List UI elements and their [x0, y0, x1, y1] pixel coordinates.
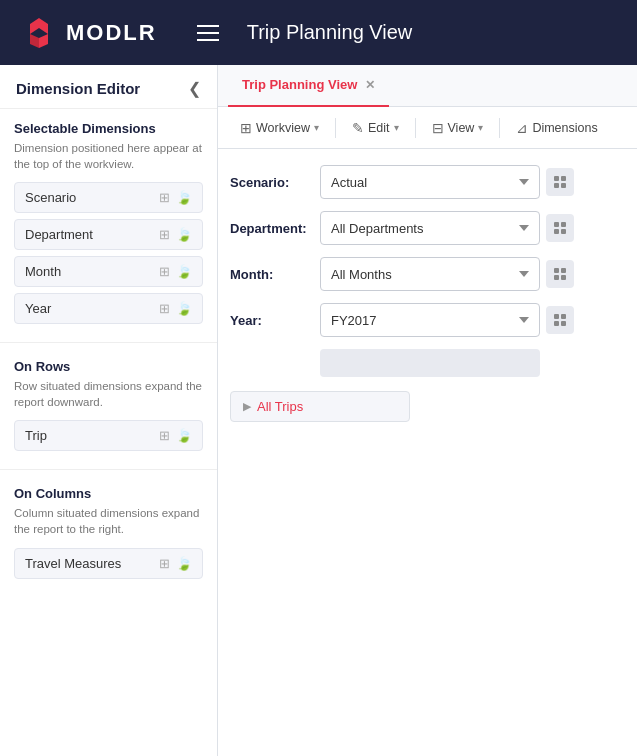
selectable-dimensions-section: Selectable Dimensions Dimension position… [0, 109, 217, 338]
dimension-item-year[interactable]: Year ⊞ 🍃 [14, 293, 203, 324]
dimensions-button[interactable]: ⊿ Dimensions [506, 115, 607, 141]
tab-bar: Trip Planning View ✕ [218, 65, 637, 107]
logo-text: MODLR [66, 20, 157, 46]
header-title: Trip Planning View [247, 21, 413, 44]
department-row: Department: All Departments Finance Mark… [230, 211, 625, 245]
dimension-item-month[interactable]: Month ⊞ 🍃 [14, 256, 203, 287]
selectable-dimensions-desc: Dimension positioned here appear at the … [14, 140, 203, 172]
month-select-wrap: All Months January February March [320, 257, 625, 291]
svg-rect-17 [554, 321, 559, 326]
svg-rect-15 [554, 314, 559, 319]
scenario-select[interactable]: Actual Budget Forecast [320, 165, 540, 199]
scenario-side-icon[interactable] [546, 168, 574, 196]
on-rows-title: On Rows [14, 359, 203, 374]
dimension-item-scenario[interactable]: Scenario ⊞ 🍃 [14, 182, 203, 213]
year-label: Year: [230, 313, 320, 328]
department-select-wrap: All Departments Finance Marketing [320, 211, 625, 245]
grid-icon-month [553, 267, 567, 281]
grid-icon-department [553, 221, 567, 235]
scenario-label: Scenario: [230, 175, 320, 190]
dimension-label-trip: Trip [25, 428, 47, 443]
table-icon-month: ⊞ [159, 264, 170, 279]
month-row: Month: All Months January February March [230, 257, 625, 291]
svg-rect-6 [561, 183, 566, 188]
workview-button[interactable]: ⊞ Workview ▾ [230, 115, 329, 141]
content-area: Trip Planning View ✕ ⊞ Workview ▾ ✎ Edit… [218, 65, 637, 756]
table-icon-travel-measures: ⊞ [159, 556, 170, 571]
svg-rect-18 [561, 321, 566, 326]
toolbar-separator-1 [335, 118, 336, 138]
svg-rect-11 [554, 268, 559, 273]
workview-label: Workview [256, 121, 310, 135]
dimension-label-year: Year [25, 301, 51, 316]
dimension-item-department[interactable]: Department ⊞ 🍃 [14, 219, 203, 250]
leaf-icon-department: 🍃 [176, 227, 192, 242]
dimension-icons-trip: ⊞ 🍃 [159, 428, 192, 443]
table-icon-department: ⊞ [159, 227, 170, 242]
svg-marker-0 [30, 18, 48, 34]
svg-rect-4 [561, 176, 566, 181]
department-select[interactable]: All Departments Finance Marketing [320, 211, 540, 245]
month-label: Month: [230, 267, 320, 282]
svg-rect-7 [554, 222, 559, 227]
department-side-icon[interactable] [546, 214, 574, 242]
dimensions-label: Dimensions [532, 121, 597, 135]
table-icon-year: ⊞ [159, 301, 170, 316]
svg-rect-5 [554, 183, 559, 188]
dimension-icons-year: ⊞ 🍃 [159, 301, 192, 316]
tab-trip-planning-view[interactable]: Trip Planning View ✕ [228, 65, 389, 107]
dimension-label-travel-measures: Travel Measures [25, 556, 121, 571]
department-label: Department: [230, 221, 320, 236]
workview-content: Scenario: Actual Budget Forecast [218, 149, 637, 756]
dimension-icons-travel-measures: ⊞ 🍃 [159, 556, 192, 571]
sidebar-scroll-area: Selectable Dimensions Dimension position… [0, 109, 217, 746]
dimension-item-travel-measures[interactable]: Travel Measures ⊞ 🍃 [14, 548, 203, 579]
dimension-icons-scenario: ⊞ 🍃 [159, 190, 192, 205]
toolbar-separator-2 [415, 118, 416, 138]
months-bar-area [230, 349, 625, 377]
tab-close-button[interactable]: ✕ [365, 78, 375, 92]
tab-label: Trip Planning View [242, 77, 357, 92]
svg-marker-1 [30, 34, 39, 48]
svg-rect-9 [554, 229, 559, 234]
svg-rect-12 [561, 268, 566, 273]
svg-rect-16 [561, 314, 566, 319]
months-bar [320, 349, 540, 377]
on-columns-title: On Columns [14, 486, 203, 501]
logo: MODLR [20, 14, 157, 52]
sidebar-divider-2 [0, 469, 217, 470]
leaf-icon-trip: 🍃 [176, 428, 192, 443]
month-select[interactable]: All Months January February March [320, 257, 540, 291]
selectable-dimensions-title: Selectable Dimensions [14, 121, 203, 136]
toolbar: ⊞ Workview ▾ ✎ Edit ▾ ⊟ View ▾ ⊿ Dimensi… [218, 107, 637, 149]
svg-rect-13 [554, 275, 559, 280]
dimension-icons-department: ⊞ 🍃 [159, 227, 192, 242]
year-row: Year: FY2017 FY2016 FY2018 [230, 303, 625, 337]
edit-icon: ✎ [352, 120, 364, 136]
main-layout: Dimension Editor ❮ Selectable Dimensions… [0, 65, 637, 756]
view-button[interactable]: ⊟ View ▾ [422, 115, 494, 141]
table-icon-trip: ⊞ [159, 428, 170, 443]
all-trips-chevron-icon: ▶ [243, 400, 251, 413]
sidebar-collapse-button[interactable]: ❮ [188, 79, 201, 98]
leaf-icon-year: 🍃 [176, 301, 192, 316]
year-select-wrap: FY2017 FY2016 FY2018 [320, 303, 625, 337]
dimension-item-trip[interactable]: Trip ⊞ 🍃 [14, 420, 203, 451]
svg-marker-2 [39, 34, 48, 48]
svg-rect-10 [561, 229, 566, 234]
sidebar-title: Dimension Editor [16, 80, 140, 97]
logo-icon [20, 14, 58, 52]
leaf-icon-travel-measures: 🍃 [176, 556, 192, 571]
year-select[interactable]: FY2017 FY2016 FY2018 [320, 303, 540, 337]
hamburger-menu[interactable] [197, 25, 219, 41]
workview-icon: ⊞ [240, 120, 252, 136]
toolbar-separator-3 [499, 118, 500, 138]
edit-button[interactable]: ✎ Edit ▾ [342, 115, 409, 141]
month-side-icon[interactable] [546, 260, 574, 288]
svg-rect-3 [554, 176, 559, 181]
svg-rect-8 [561, 222, 566, 227]
app-header: MODLR Trip Planning View [0, 0, 637, 65]
on-columns-desc: Column situated dimensions expand the re… [14, 505, 203, 537]
year-side-icon[interactable] [546, 306, 574, 334]
all-trips-row[interactable]: ▶ All Trips [230, 391, 410, 422]
